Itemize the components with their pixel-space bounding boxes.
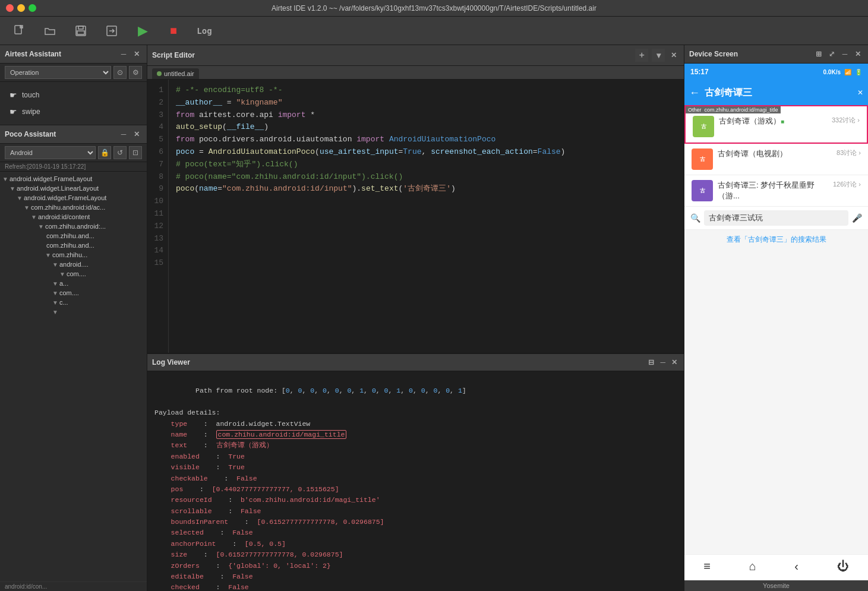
phone-menu-btn[interactable]: ≡ (703, 560, 711, 573)
center-area: Script Editor ＋ ▾ ✕ untitled.air 12345 6… (147, 45, 684, 591)
tree-item[interactable]: ▼android.... (0, 260, 147, 269)
tree-item[interactable]: ▼android.widget.FrameLayout (0, 193, 147, 203)
log-field-selected: selected : False (154, 527, 677, 538)
left-panel: Airtest Assistant ─ ✕ Operation ⊙ ⚙ ☛ to… (0, 45, 147, 591)
editor-tab-untitled[interactable]: untitled.air (152, 68, 199, 79)
poco-header-icons: ─ ✕ (118, 129, 142, 140)
device-grid-icon[interactable]: ⊞ (813, 49, 824, 59)
script-editor: Script Editor ＋ ▾ ✕ untitled.air 12345 6… (147, 45, 684, 353)
minimize-button[interactable] (17, 4, 25, 12)
device-minimize-icon[interactable]: ─ (839, 49, 850, 59)
poco-close-icon[interactable]: ✕ (131, 129, 142, 140)
tree-item[interactable]: ▼com.zhihu.android:... (0, 222, 147, 231)
tree-item[interactable]: ▼a... (0, 279, 147, 288)
tree-item[interactable]: ▼android:id/content (0, 212, 147, 222)
tree-item[interactable]: ▼c... (0, 298, 147, 307)
poco-platform-select[interactable]: Android (5, 146, 96, 159)
tree-item[interactable]: com.zhihu.and... (0, 241, 147, 250)
airtest-close-icon[interactable]: ✕ (131, 49, 142, 59)
code-editor-area[interactable]: 12345 678910 1112131415 # -*- encoding=u… (147, 80, 684, 353)
code-content[interactable]: # -*- encoding=utf8 -*- __author__ = "ki… (169, 80, 684, 353)
log-field-checkable: checkable : False (154, 473, 677, 484)
phone-power-btn[interactable]: ⏻ (837, 560, 849, 573)
result-title-2: 古剑奇谭（电视剧） (718, 148, 832, 159)
log-field-pos: pos : [0.4402777777777777, 0.1515625] (154, 484, 677, 495)
view-all-link[interactable]: 查看「古剑奇谭三」的搜索结果 (684, 230, 868, 249)
tree-item[interactable]: ▼ (0, 307, 147, 317)
tree-item[interactable]: ▼android.widget.LinearLayout (0, 184, 147, 193)
device-screen-header: Device Screen ⊞ ⤢ ─ ✕ (684, 45, 868, 64)
tree-item[interactable]: ▼com.... (0, 269, 147, 279)
airtest-settings-icon[interactable]: ⚙ (129, 66, 142, 79)
tree-item[interactable]: com.zhihu.and... (0, 231, 147, 241)
close-button[interactable] (6, 4, 14, 12)
airtest-items: ☛ touch ☛ swipe (0, 82, 147, 125)
log-minimize-icon[interactable]: ─ (658, 358, 667, 367)
phone-back-btn[interactable]: ‹ (794, 560, 798, 573)
phone-nav-bar: ← 古剑奇谭三 ✕ (684, 80, 868, 105)
tree-item[interactable]: ▼com.zhihu.android:id/ac... (0, 203, 147, 212)
poco-tree[interactable]: ▼android.widget.FrameLayout ▼android.wid… (0, 172, 147, 581)
maximize-button[interactable] (29, 4, 36, 12)
operation-dropdown-row: Operation ⊙ ⚙ (0, 64, 147, 82)
tree-item[interactable]: ▼android.widget.FrameLayout (0, 174, 147, 184)
phone-back-icon[interactable]: ← (689, 87, 700, 99)
poco-refresh-icon[interactable]: ↺ (113, 146, 127, 159)
log-field-boundsinparent: boundsInParent : [0.6152777777777778, 0.… (154, 517, 677, 527)
svg-rect-4 (77, 31, 84, 34)
code-line-11: # poco(text="知乎").click() (176, 159, 677, 171)
log-close-icon[interactable]: ✕ (670, 358, 679, 367)
device-header-icons: ⊞ ⤢ ─ ✕ (813, 49, 863, 59)
new-file-button[interactable] (10, 21, 29, 40)
tree-item[interactable]: ▼com.... (0, 288, 147, 298)
log-filter-icon[interactable]: ⊟ (646, 358, 656, 367)
poco-lock-icon[interactable]: 🔒 (98, 146, 111, 159)
window-title: Airtest IDE v1.2.0 ~~ /var/folders/ky/31… (272, 4, 596, 12)
phone-result-2[interactable]: 古 古剑奇谭（电视剧） 83讨论 › (684, 144, 868, 175)
airtest-minimize-icon[interactable]: ─ (118, 49, 129, 59)
code-line-12: # poco(name="com.zhihu.android:id/input"… (176, 171, 677, 184)
mic-icon[interactable]: 🎤 (852, 213, 862, 223)
search-input-row: 🔍 古剑奇谭三试玩 🎤 (684, 207, 868, 230)
run-button[interactable]: ▶ (133, 21, 152, 40)
phone-status-right: 0.0K/s 📶 🔋 (823, 69, 862, 75)
poco-minimize-icon[interactable]: ─ (118, 129, 129, 140)
editor-close-icon[interactable]: ✕ (668, 50, 679, 61)
yosemite-label: Yosemite (684, 580, 868, 591)
touch-item[interactable]: ☛ touch (0, 87, 147, 103)
phone-close-nav-icon[interactable]: ✕ (857, 89, 863, 97)
swipe-item[interactable]: ☛ swipe (0, 103, 147, 120)
poco-assistant-section: Poco Assistant ─ ✕ Android 🔒 ↺ ⊡ Refresh… (0, 125, 147, 172)
result-content-2: 古剑奇谭（电视剧） (718, 148, 832, 159)
editor-menu-button[interactable]: ▾ (652, 49, 665, 62)
svg-rect-3 (78, 26, 83, 29)
phone-home-btn[interactable]: ⌂ (749, 560, 756, 573)
device-expand-icon[interactable]: ⤢ (826, 49, 837, 59)
device-screen-content: 15:17 0.0K/s 📶 🔋 ← 古剑奇谭三 ✕ (684, 64, 868, 591)
tree-bottom-label: android:id/con... (0, 581, 147, 591)
search-input-fake[interactable]: 古剑奇谭三试玩 (704, 210, 848, 226)
log-content: Path from root node: [0, 0, 0, 0, 0, 0, … (147, 371, 684, 591)
poco-screenshot-icon[interactable]: ⊡ (129, 146, 142, 159)
save-button[interactable] (71, 21, 90, 40)
stop-button[interactable]: ■ (164, 21, 183, 40)
airtest-record-icon[interactable]: ⊙ (113, 66, 127, 79)
log-button[interactable]: Log (195, 21, 214, 40)
phone-body: Other com.zhihu.android:id/magi_title 古 … (684, 105, 868, 554)
log-header-right: ⊟ ─ ✕ (646, 358, 679, 367)
log-field-checked: checked : False (154, 582, 677, 591)
phone-screen: 15:17 0.0K/s 📶 🔋 ← 古剑奇谭三 ✕ (684, 64, 868, 580)
log-field-enabled: enabled : True (154, 451, 677, 462)
log-field-type: type : android.widget.TextView (154, 419, 677, 429)
device-close-icon[interactable]: ✕ (853, 49, 863, 59)
editor-header-right: ＋ ▾ ✕ (635, 49, 679, 62)
airtest-header-icons: ─ ✕ (118, 49, 142, 59)
log-field-scrollable: scrollable : False (154, 506, 677, 517)
add-file-button[interactable]: ＋ (635, 49, 648, 62)
log-payload-title: Payload details: (154, 407, 677, 418)
phone-result-3[interactable]: 古 古剑奇谭三: 梦付千秋星垂野（游... 126讨论 › (684, 175, 868, 207)
open-file-button[interactable] (40, 21, 59, 40)
export-button[interactable] (102, 21, 121, 40)
operation-select[interactable]: Operation (5, 66, 111, 79)
tree-item[interactable]: ▼com.zhihu... (0, 250, 147, 260)
